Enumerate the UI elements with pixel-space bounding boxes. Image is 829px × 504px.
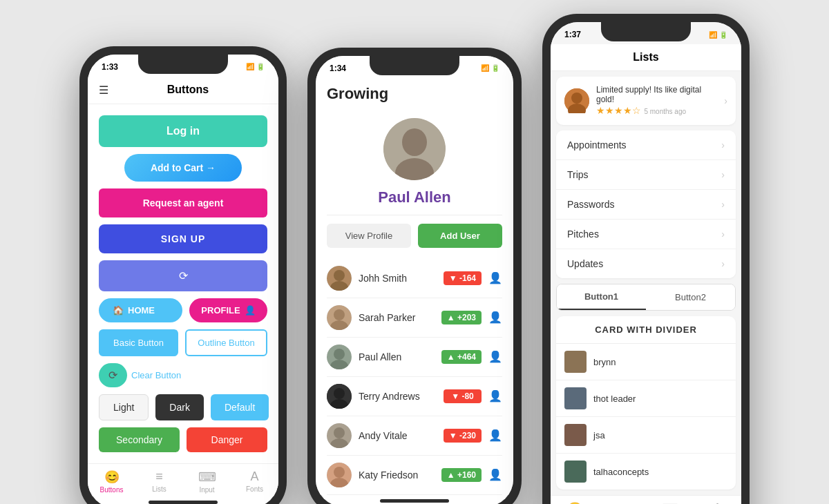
user-avatar-4 <box>327 384 352 409</box>
toggle-button[interactable]: ⟳ <box>99 363 127 387</box>
profile-avatar <box>383 118 446 180</box>
user-row: Katy Friedson ▲ +160 👤 <box>327 456 502 495</box>
light-button[interactable]: Light <box>99 394 149 420</box>
review-text: Limited supply! Its like digital gold! <box>596 85 717 104</box>
chevron-appointments: › <box>721 139 725 151</box>
svg-point-7 <box>334 309 345 320</box>
hamburger-icon[interactable]: ☰ <box>99 84 108 97</box>
card-section: CARD WITH DIVIDER brynn thot leader jsa <box>556 316 736 490</box>
tab3-fonts-icon: A <box>713 501 721 504</box>
danger-button[interactable]: Danger <box>187 427 267 452</box>
user-score-2: ▲ +203 <box>441 311 482 324</box>
contact-icon-1[interactable]: 👤 <box>488 271 502 284</box>
list-item-trips[interactable]: Trips › <box>556 160 736 190</box>
tab-btn-1[interactable]: Button1 <box>557 284 646 310</box>
app-title: Growing <box>327 85 502 103</box>
buttons-area: Log in Add to Cart → Request an agent SI… <box>88 104 278 463</box>
phones-container: 1:33 📶 🔋 ☰ Buttons Log in Add to Cart → … <box>79 14 750 504</box>
user-score-6: ▲ +160 <box>441 468 482 482</box>
tab-lists[interactable]: ≡ Lists <box>135 469 183 494</box>
bottom-bar-1 <box>149 501 218 504</box>
card-user-jsa: jsa <box>556 417 736 454</box>
thot-name: thot leader <box>593 394 636 404</box>
basic-button[interactable]: Basic Button <box>99 329 178 356</box>
tab3-buttons[interactable]: 😊 Buttons <box>551 501 598 504</box>
list-item-passwords[interactable]: Passwords › <box>556 190 736 220</box>
tab3-lists[interactable]: ≡ Lists <box>598 501 646 504</box>
request-button[interactable]: Request an agent <box>99 188 267 217</box>
input-tab-label: Input <box>199 486 214 494</box>
dark-button[interactable]: Dark <box>155 394 204 420</box>
status-icons-1: 📶 🔋 <box>246 63 265 70</box>
tab3-input[interactable]: ⌨ Input <box>646 501 694 504</box>
time-2: 1:34 <box>330 64 346 73</box>
basic-outline-row: Basic Button Outline Button <box>99 329 267 356</box>
user-name-3: Paul Allen <box>359 351 435 362</box>
tab-bar-3: 😊 Buttons ≡ Lists ⌨ Input A Fonts <box>551 495 741 504</box>
home-button[interactable]: 🏠 HOME <box>99 298 182 322</box>
user-row: Andy Vitale ▼ -230 👤 <box>327 416 502 456</box>
svg-point-10 <box>334 349 345 360</box>
user-score-5: ▼ -230 <box>444 429 482 443</box>
clear-button[interactable]: Clear Button <box>131 370 181 380</box>
review-stars: ★★★★☆ <box>596 105 641 116</box>
default-button[interactable]: Default <box>211 394 269 420</box>
user-avatar-2 <box>327 305 352 330</box>
contact-icon-6[interactable]: 👤 <box>488 468 502 481</box>
tab-fonts[interactable]: A Fonts <box>231 469 278 494</box>
profile-name: Paul Allen <box>378 188 451 206</box>
contact-icon-4[interactable]: 👤 <box>488 389 502 403</box>
contact-icon-5[interactable]: 👤 <box>488 429 502 442</box>
user-name-5: Andy Vitale <box>359 430 437 441</box>
list-item-appointments[interactable]: Appointments › <box>556 130 736 160</box>
add-user-button[interactable]: Add User <box>418 224 502 248</box>
user-row: Paul Allen ▲ +464 👤 <box>327 338 502 377</box>
lists-title: Lists <box>633 51 658 63</box>
secondary-danger-row: Secondary Danger <box>99 427 267 452</box>
phone-growing: 1:34 📶 🔋 Growing Paul Allen <box>307 48 522 505</box>
input-tab-icon: ⌨ <box>198 469 216 485</box>
user-row: Terry Andrews ▼ -80 👤 <box>327 377 502 416</box>
chevron-passwords: › <box>721 199 725 210</box>
tab-input[interactable]: ⌨ Input <box>183 469 231 494</box>
svg-point-19 <box>334 467 345 478</box>
list-section: Appointments › Trips › Passwords › Pitch… <box>556 130 736 278</box>
list-item-updates[interactable]: Updates › <box>556 249 736 278</box>
list-label-trips: Trips <box>567 169 721 180</box>
lists-tab-label: Lists <box>152 485 166 493</box>
svg-point-16 <box>334 427 345 438</box>
chevron-pitches: › <box>721 229 725 240</box>
user-row: Sarah Parker ▲ +203 👤 <box>327 298 502 338</box>
svg-point-4 <box>334 270 345 281</box>
review-content: Limited supply! Its like digital gold! ★… <box>596 85 717 117</box>
time-3: 1:37 <box>564 30 581 39</box>
tab3-input-icon: ⌨ <box>661 501 679 504</box>
tal-avatar <box>564 461 587 483</box>
spinner-icon: ⟳ <box>179 269 188 282</box>
tab3-fonts[interactable]: A Fonts <box>694 501 741 504</box>
view-profile-button[interactable]: View Profile <box>327 224 411 248</box>
user-name-1: Johh Smith <box>359 273 437 284</box>
user-name-6: Katy Friedson <box>359 469 435 481</box>
profile-buttons: View Profile Add User <box>327 224 502 248</box>
outline-button[interactable]: Outline Button <box>185 329 267 356</box>
tab-bar-1: 😊 Buttons ≡ Lists ⌨ Input A Fonts <box>88 463 278 496</box>
secondary-button[interactable]: Secondary <box>99 427 180 452</box>
signup-button[interactable]: SIGN UP <box>99 224 267 253</box>
loading-button[interactable]: ⟳ <box>99 260 267 291</box>
tab-buttons[interactable]: 😊 Buttons <box>88 469 135 494</box>
list-label-updates: Updates <box>567 258 721 269</box>
contact-icon-3[interactable]: 👤 <box>488 350 502 363</box>
login-button[interactable]: Log in <box>99 115 267 147</box>
notch-3 <box>601 22 691 41</box>
profile-button[interactable]: PROFILE 👤 <box>189 298 267 322</box>
contact-icon-2[interactable]: 👤 <box>488 311 502 324</box>
tab-btn-2[interactable]: Button2 <box>646 284 735 310</box>
chevron-trips: › <box>721 169 725 180</box>
list-label-passwords: Passwords <box>567 199 721 210</box>
add-cart-button[interactable]: Add to Cart → <box>124 154 242 182</box>
review-time: 5 months ago <box>644 108 686 115</box>
review-card[interactable]: Limited supply! Its like digital gold! ★… <box>556 77 736 125</box>
tab3-lists-icon: ≡ <box>618 501 626 504</box>
list-item-pitches[interactable]: Pitches › <box>556 220 736 249</box>
